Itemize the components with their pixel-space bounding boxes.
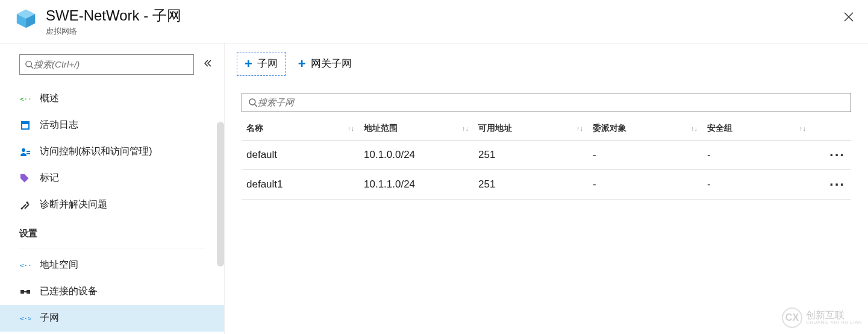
sidebar-item-overview[interactable]: <··> 概述 xyxy=(0,86,224,112)
cell-available: 251 xyxy=(473,172,588,197)
subnet-table: 名称↑↓ 地址范围↑↓ 可用地址↑↓ 委派对象↑↓ 安全组↑↓ default … xyxy=(242,117,851,200)
blade-header: SWE-NetWork - 子网 虚拟网络 xyxy=(0,0,868,43)
sort-icon: ↑↓ xyxy=(462,125,469,132)
svg-rect-13 xyxy=(27,153,30,154)
watermark-en: CHUANG XIN HU LIAN xyxy=(806,320,862,326)
column-header-delegate[interactable]: 委派对象↑↓ xyxy=(588,117,702,140)
log-icon xyxy=(19,119,31,131)
main-content: + 子网 + 网关子网 名称↑↓ 地址范围↑↓ 可用地址↑↓ 委派对象↑↓ 安全… xyxy=(225,43,868,334)
cell-delegate: - xyxy=(588,143,702,167)
sidebar-item-label: 已连接的设备 xyxy=(40,285,98,298)
svg-point-16 xyxy=(21,207,23,209)
column-header-range[interactable]: 地址范围↑↓ xyxy=(359,117,473,140)
svg-rect-12 xyxy=(27,151,30,152)
svg-rect-18 xyxy=(20,290,24,294)
table-body: default 10.1.0.0/24 251 - - ··· default1… xyxy=(242,140,851,200)
search-icon xyxy=(25,60,34,69)
sidebar-item-label: 标记 xyxy=(40,172,59,184)
search-icon xyxy=(248,98,258,107)
cell-range: 10.1.1.0/24 xyxy=(359,172,473,197)
cell-name: default1 xyxy=(242,172,359,197)
sort-icon: ↑↓ xyxy=(348,125,354,132)
overview-icon: <··> xyxy=(19,93,31,105)
row-actions-button[interactable]: ··· xyxy=(811,140,851,169)
svg-text:<·>: <·> xyxy=(20,315,31,322)
sidebar-search-input[interactable] xyxy=(34,59,189,69)
table-header: 名称↑↓ 地址范围↑↓ 可用地址↑↓ 委派对象↑↓ 安全组↑↓ xyxy=(242,117,851,140)
subnet-search-input[interactable] xyxy=(258,97,845,107)
sidebar-item-label: 访问控制(标识和访问管理) xyxy=(40,145,152,158)
tag-icon xyxy=(19,172,31,184)
svg-line-23 xyxy=(255,104,257,107)
cell-name: default xyxy=(242,143,359,167)
column-header-name[interactable]: 名称↑↓ xyxy=(242,117,359,140)
add-gateway-subnet-button[interactable]: + 网关子网 xyxy=(290,52,360,76)
cell-security: - xyxy=(702,143,811,167)
diagnose-icon xyxy=(19,199,31,211)
svg-line-6 xyxy=(31,66,33,69)
table-row[interactable]: default 10.1.0.0/24 251 - - ··· xyxy=(242,140,851,170)
column-header-available[interactable]: 可用地址↑↓ xyxy=(473,117,588,140)
svg-rect-10 xyxy=(22,122,28,124)
svg-point-11 xyxy=(22,148,25,152)
sidebar-item-tags[interactable]: 标记 xyxy=(0,165,224,192)
watermark-cn: 创新互联 xyxy=(806,310,862,321)
sidebar-item-connected-devices[interactable]: 已连接的设备 xyxy=(0,279,224,305)
sidebar-scrollbar[interactable] xyxy=(217,122,224,266)
chevron-double-left-icon xyxy=(204,59,212,68)
cell-security: - xyxy=(702,172,811,197)
sidebar-item-activity-log[interactable]: 活动日志 xyxy=(0,112,224,139)
svg-text:<··>: <··> xyxy=(20,262,31,269)
watermark: CX 创新互联 CHUANG XIN HU LIAN xyxy=(782,307,862,328)
sidebar-item-label: 诊断并解决问题 xyxy=(40,198,107,211)
subnet-search[interactable] xyxy=(242,93,851,112)
vnet-icon xyxy=(14,7,37,30)
watermark-icon: CX xyxy=(782,307,802,328)
sidebar-section-settings: 设置 xyxy=(0,218,224,244)
access-icon xyxy=(19,146,31,158)
sidebar-item-access-control[interactable]: 访问控制(标识和访问管理) xyxy=(0,139,224,165)
toolbar: + 子网 + 网关子网 xyxy=(225,43,868,84)
plus-icon: + xyxy=(245,56,252,72)
cell-delegate: - xyxy=(588,172,702,197)
divider xyxy=(19,248,205,248)
column-header-security[interactable]: 安全组↑↓ xyxy=(702,117,811,140)
sort-icon: ↑↓ xyxy=(576,125,583,132)
sidebar: <··> 概述 活动日志 访问控制(标识和访问管理) 标记 诊断并解决问题 设置 xyxy=(0,43,225,334)
sidebar-item-diagnose[interactable]: 诊断并解决问题 xyxy=(0,192,224,218)
address-space-icon: <··> xyxy=(19,259,31,271)
page-subtitle: 虚拟网络 xyxy=(46,26,854,37)
svg-rect-19 xyxy=(27,290,30,294)
button-label: 网关子网 xyxy=(311,57,352,71)
devices-icon xyxy=(19,286,31,298)
page-title: SWE-NetWork - 子网 xyxy=(46,7,854,25)
svg-point-22 xyxy=(249,99,255,105)
close-button[interactable] xyxy=(840,8,857,25)
collapse-sidebar-button[interactable] xyxy=(201,57,214,72)
sidebar-item-label: 地址空间 xyxy=(40,259,78,271)
subnet-icon: <·> xyxy=(19,312,31,324)
cell-range: 10.1.0.0/24 xyxy=(359,143,473,167)
sort-icon: ↑↓ xyxy=(799,125,806,132)
svg-text:<··>: <··> xyxy=(20,95,31,102)
svg-point-5 xyxy=(26,61,31,66)
table-row[interactable]: default1 10.1.1.0/24 251 - - ··· xyxy=(242,170,851,200)
column-header-actions xyxy=(811,117,851,140)
sidebar-item-subnets[interactable]: <·> 子网 xyxy=(0,305,224,332)
add-subnet-button[interactable]: + 子网 xyxy=(237,52,286,76)
button-label: 子网 xyxy=(257,57,278,71)
sidebar-item-label: 子网 xyxy=(40,312,59,324)
sidebar-item-label: 概述 xyxy=(40,92,59,105)
sidebar-item-address-space[interactable]: <··> 地址空间 xyxy=(0,252,224,279)
sidebar-search[interactable] xyxy=(19,54,194,75)
plus-icon: + xyxy=(298,56,306,72)
cell-available: 251 xyxy=(473,143,588,167)
sort-icon: ↑↓ xyxy=(691,125,698,132)
sidebar-item-label: 活动日志 xyxy=(40,119,78,131)
row-actions-button[interactable]: ··· xyxy=(811,170,851,199)
